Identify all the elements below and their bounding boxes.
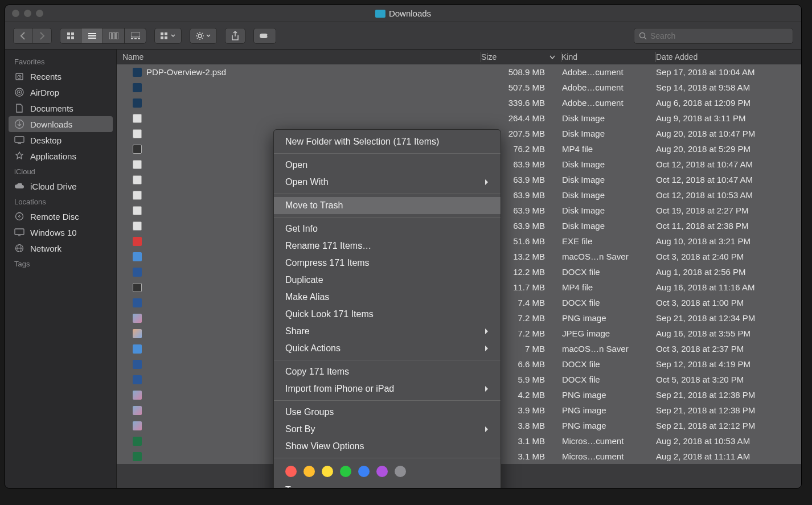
sidebar-section-header: Favorites [5, 54, 116, 68]
file-icon [133, 237, 142, 246]
tag-color-dot[interactable] [376, 466, 388, 477]
zoom-button[interactable] [36, 10, 43, 17]
svg-rect-37 [15, 137, 24, 142]
minimize-button[interactable] [24, 10, 31, 17]
tag-color-dot[interactable] [322, 466, 333, 477]
context-menu-label: Make Alias [285, 292, 329, 302]
file-date: Oct 12, 2018 at 10:53 AM [656, 190, 801, 200]
context-menu-item[interactable]: Sort By [274, 421, 501, 438]
svg-rect-14 [161, 32, 163, 35]
search-field[interactable] [634, 28, 793, 44]
svg-rect-17 [165, 36, 167, 39]
context-menu-item[interactable]: Share [274, 323, 501, 340]
file-icon [133, 252, 142, 261]
context-menu-item[interactable]: Compress 171 Items [274, 254, 501, 272]
context-menu-label: Use Groups [285, 407, 334, 417]
file-icon [133, 221, 142, 231]
file-date: Aug 2, 2018 at 11:11 AM [656, 451, 801, 461]
context-menu-label: New Folder with Selection (171 Items) [285, 137, 439, 147]
sidebar-item-applications[interactable]: Applications [5, 148, 116, 164]
context-menu-item[interactable]: Show View Options [274, 438, 501, 455]
file-list: Name Size Kind Date Added PDP-Overview-2… [117, 50, 801, 488]
search-icon [639, 32, 647, 40]
context-menu-item[interactable]: Quick Look 171 Items [274, 306, 501, 323]
tag-color-dot[interactable] [340, 466, 351, 477]
file-size: 508.9 MB [482, 67, 562, 77]
action-button[interactable] [190, 28, 217, 44]
file-row[interactable]: PDP-Overview-2.psd508.9 MBAdobe…cumentSe… [117, 64, 801, 80]
file-row[interactable]: 264.4 MBDisk ImageAug 9, 2018 at 3:11 PM [117, 110, 801, 126]
context-menu-item[interactable]: Open [274, 157, 501, 174]
icon-view-button[interactable] [60, 28, 81, 44]
tag-color-dot[interactable] [304, 466, 315, 477]
file-name: PDP-Overview-2.psd [146, 67, 226, 77]
col-date[interactable]: Date Added [656, 52, 801, 61]
forward-button[interactable] [32, 28, 52, 44]
sidebar-item-airdrop[interactable]: AirDrop [5, 84, 116, 100]
file-date: Aug 16, 2018 at 3:55 PM [656, 329, 801, 338]
sidebar-item-recents[interactable]: Recents [5, 68, 116, 84]
sidebar-item-windows-10[interactable]: Windows 10 [5, 224, 116, 240]
svg-rect-41 [15, 229, 24, 235]
search-input[interactable] [650, 31, 788, 40]
context-menu-item[interactable]: Rename 171 Items… [274, 237, 501, 254]
context-menu-item[interactable]: Use Groups [274, 404, 501, 421]
sidebar-item-network[interactable]: Network [5, 240, 116, 256]
submenu-arrow-icon [485, 345, 489, 352]
context-menu-item[interactable]: Copy 171 Items [274, 363, 501, 380]
context-menu-item[interactable]: Import from iPhone or iPad [274, 380, 501, 397]
sidebar-item-desktop[interactable]: Desktop [5, 132, 116, 148]
context-menu-label: Duplicate [285, 275, 323, 285]
svg-point-40 [19, 216, 20, 217]
finder-window: Downloads FavoritesRecentsAirDropDocumen… [5, 5, 802, 488]
sidebar-item-documents[interactable]: Documents [5, 100, 116, 116]
context-menu-item[interactable]: New Folder with Selection (171 Items) [274, 133, 501, 150]
context-menu-item[interactable]: Tags… [274, 482, 501, 488]
sort-indicator-icon [549, 55, 555, 60]
arrange-button[interactable] [154, 28, 182, 44]
context-menu-item[interactable]: Get Info [274, 220, 501, 237]
sidebar-item-label: Downloads [30, 120, 72, 129]
col-name[interactable]: Name [117, 52, 481, 61]
context-menu-item[interactable]: Open With [274, 174, 501, 191]
col-size[interactable]: Size [481, 52, 561, 61]
file-kind: Disk Image [562, 113, 656, 123]
svg-rect-8 [113, 32, 115, 39]
context-menu-item[interactable]: Make Alias [274, 289, 501, 306]
list-view-button[interactable] [81, 28, 103, 44]
col-kind[interactable]: Kind [561, 52, 655, 61]
column-view-button[interactable] [103, 28, 125, 44]
file-date: Oct 5, 2018 at 3:20 PM [656, 375, 801, 384]
file-kind: DOCX file [562, 267, 656, 277]
svg-rect-0 [67, 32, 70, 35]
folder-icon [375, 10, 386, 18]
gallery-view-button[interactable] [125, 28, 146, 44]
tags-button[interactable] [253, 28, 276, 44]
sidebar-item-label: Remote Disc [30, 212, 79, 221]
sidebar-item-downloads[interactable]: Downloads [9, 116, 113, 132]
context-menu: New Folder with Selection (171 Items)Ope… [273, 129, 501, 488]
file-row[interactable]: 507.5 MBAdobe…cumentSep 14, 2018 at 9:58… [117, 80, 801, 95]
context-menu-item[interactable]: Move to Trash [274, 197, 501, 214]
context-menu-item[interactable]: Quick Actions [274, 340, 501, 357]
tag-color-dot[interactable] [358, 466, 370, 477]
share-button[interactable] [225, 28, 245, 44]
file-kind: JPEG image [562, 329, 656, 338]
close-button[interactable] [12, 10, 19, 17]
airdrop-icon [14, 87, 24, 97]
svg-line-24 [202, 38, 203, 39]
context-menu-item[interactable]: Duplicate [274, 272, 501, 289]
tag-color-dot[interactable] [395, 466, 406, 477]
file-date: Sep 21, 2018 at 12:34 PM [656, 313, 801, 323]
cloud-icon [14, 181, 24, 191]
file-icon [133, 314, 142, 323]
sidebar-item-icloud-drive[interactable]: iCloud Drive [5, 178, 116, 194]
svg-rect-16 [161, 36, 163, 39]
sidebar-item-remote-disc[interactable]: Remote Disc [5, 208, 116, 224]
file-date: Sep 21, 2018 at 12:38 PM [656, 405, 801, 415]
tag-color-dot[interactable] [285, 466, 297, 477]
file-icon [133, 360, 142, 369]
back-button[interactable] [13, 28, 32, 44]
file-row[interactable]: 339.6 MBAdobe…cumentAug 6, 2018 at 12:09… [117, 95, 801, 110]
file-size: 264.4 MB [482, 113, 562, 123]
